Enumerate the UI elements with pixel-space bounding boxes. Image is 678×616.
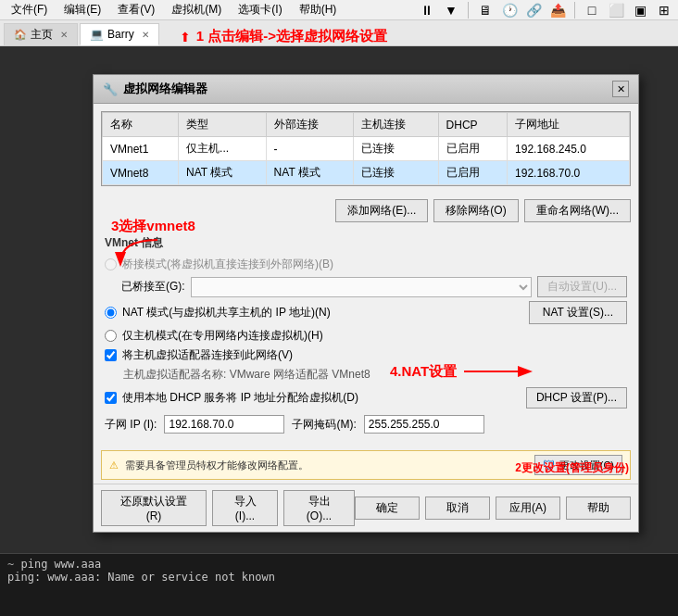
vmnet-info-label: VMnet 信息 bbox=[105, 235, 627, 251]
warning-text-area: ⚠ 需要具备管理员特权才能修改网络配置。 bbox=[109, 459, 308, 472]
dialog-title-icon: 🔧 bbox=[103, 82, 118, 96]
table-row-vmnet8[interactable]: VMnet8 NAT 模式 NAT 模式 已连接 已启用 192.168.70.… bbox=[103, 161, 630, 185]
dhcp-label: 使用本地 DHCP 服务将 IP 地址分配给虚拟机(D) bbox=[122, 390, 358, 406]
nat-mode-row: NAT 模式(与虚拟机共享主机的 IP 地址)(N) NAT 设置(S)... bbox=[105, 301, 627, 324]
cancel-button[interactable]: 取消 bbox=[425, 497, 490, 520]
nat-settings-button[interactable]: NAT 设置(S)... bbox=[529, 301, 627, 324]
table-buttons-row: 添加网络(E)... 移除网络(O) 重命名网络(W)... bbox=[94, 194, 638, 228]
nat-radio[interactable] bbox=[105, 307, 117, 319]
subnet-mask-label: 子网掩码(M): bbox=[292, 417, 356, 433]
restore-defaults-button[interactable]: 还原默认设置(R) bbox=[101, 490, 207, 526]
tab-barry-close[interactable]: ✕ bbox=[142, 30, 149, 40]
annotation-step4: 4.NAT设置 bbox=[390, 362, 538, 381]
dhcp-row: 使用本地 DHCP 服务将 IP 地址分配给虚拟机(D) DHCP 设置(P).… bbox=[105, 386, 627, 409]
import-button[interactable]: 导入(I)... bbox=[212, 490, 278, 526]
nat-radio-row: NAT 模式(与虚拟机共享主机的 IP 地址)(N) bbox=[105, 305, 331, 321]
col-host: 主机连接 bbox=[354, 113, 438, 137]
col-type: 类型 bbox=[179, 113, 267, 137]
terminal-line1: ~ ping www.aaa bbox=[7, 558, 671, 571]
window-btn2[interactable]: ⬜ bbox=[606, 0, 626, 20]
table-row-vmnet1[interactable]: VMnet1 仅主机... - 已连接 已启用 192.168.245.0 bbox=[103, 137, 630, 161]
vmnet8-host: 已连接 bbox=[354, 161, 438, 185]
col-name: 名称 bbox=[103, 113, 179, 137]
adapter-name-text: 主机虚拟适配器名称: VMware 网络适配器 VMnet8 bbox=[123, 368, 370, 381]
host-adapter-label: 将主机虚拟适配器连接到此网络(V) bbox=[122, 347, 293, 363]
network-table: 名称 类型 外部连接 主机连接 DHCP 子网地址 VMnet1 仅主机... … bbox=[102, 112, 630, 185]
annotation-step1: 1 点击编辑->选择虚拟网络设置 bbox=[196, 28, 387, 45]
tab-home-label: 主页 bbox=[31, 27, 53, 43]
add-network-button[interactable]: 添加网络(E)... bbox=[335, 199, 428, 222]
vmnet8-subnet: 192.168.70.0 bbox=[508, 161, 630, 185]
host-only-label: 仅主机模式(在专用网络内连接虚拟机)(H) bbox=[122, 328, 323, 344]
ok-button[interactable]: 确定 bbox=[355, 497, 420, 520]
clock-btn[interactable]: 🕐 bbox=[499, 0, 520, 20]
rename-network-button[interactable]: 重命名网络(W)... bbox=[524, 199, 631, 222]
auto-settings-button[interactable]: 自动设置(U)... bbox=[537, 276, 627, 297]
menu-file[interactable]: 文件(F) bbox=[4, 0, 55, 19]
dhcp-checkbox[interactable] bbox=[105, 392, 117, 404]
host-adapter-checkbox-row: 将主机虚拟适配器连接到此网络(V) bbox=[105, 347, 627, 363]
export-button[interactable]: 导出(O)... bbox=[283, 490, 355, 526]
vmnet1-dhcp: 已启用 bbox=[438, 137, 508, 161]
tab-barry[interactable]: 💻 Barry ✕ bbox=[80, 23, 159, 45]
window-btn1[interactable]: □ bbox=[582, 0, 602, 20]
apply-button[interactable]: 应用(A) bbox=[496, 497, 560, 520]
adapter-name-row: 主机虚拟适配器名称: VMware 网络适配器 VMnet8 bbox=[123, 367, 627, 383]
subnet-mask-input[interactable] bbox=[364, 415, 484, 434]
menu-help[interactable]: 帮助(H) bbox=[292, 0, 345, 19]
terminal-output: ~ ping www.aaa ping: www.aaa: Name or se… bbox=[0, 553, 678, 590]
pause-button[interactable]: ⏸ bbox=[417, 0, 437, 20]
bridge-radio[interactable] bbox=[105, 258, 117, 270]
warning-text: 需要具备管理员特权才能修改网络配置。 bbox=[125, 459, 308, 471]
share-btn[interactable]: 📤 bbox=[547, 0, 568, 20]
col-external: 外部连接 bbox=[266, 113, 354, 137]
remove-network-button[interactable]: 移除网络(O) bbox=[433, 199, 518, 222]
dialog-close-button[interactable]: ✕ bbox=[612, 81, 629, 97]
window-btn3[interactable]: ▣ bbox=[630, 0, 650, 20]
network-table-container: 名称 类型 外部连接 主机连接 DHCP 子网地址 VMnet1 仅主机... … bbox=[101, 111, 631, 186]
vmnet8-dhcp: 已启用 bbox=[438, 161, 508, 185]
menu-edit[interactable]: 编辑(E) bbox=[56, 0, 108, 19]
dhcp-checkbox-row: 使用本地 DHCP 服务将 IP 地址分配给虚拟机(D) bbox=[105, 390, 358, 406]
tab-home-close: ✕ bbox=[60, 30, 68, 40]
col-subnet: 子网地址 bbox=[508, 113, 630, 137]
host-adapter-checkbox[interactable] bbox=[105, 349, 117, 361]
host-only-radio[interactable] bbox=[105, 330, 117, 342]
subnet-ip-label: 子网 IP (I): bbox=[105, 417, 157, 433]
bottom-right-buttons: 确定 取消 应用(A) 帮助 bbox=[355, 497, 631, 520]
bottom-left-buttons: 还原默认设置(R) 导入(I)... 导出(O)... bbox=[101, 490, 355, 526]
vmnet1-subnet: 192.168.245.0 bbox=[508, 137, 630, 161]
nat-label: NAT 模式(与虚拟机共享主机的 IP 地址)(N) bbox=[122, 305, 331, 321]
bridge-to-label: 已桥接至(G): bbox=[121, 279, 185, 295]
bridge-to-select[interactable] bbox=[191, 277, 533, 297]
menu-tabs[interactable]: 选项卡(I) bbox=[231, 0, 289, 19]
vmnet1-ext: - bbox=[266, 137, 354, 161]
dialog-virtual-net-editor: 🔧 虚拟网络编辑器 ✕ 名称 类型 外部连接 主机连接 DHCP 子网地址 bbox=[93, 74, 639, 533]
window-btn4[interactable]: ⊞ bbox=[654, 0, 674, 20]
annotation-step2: 2更改设置(管理员身份) bbox=[515, 460, 629, 476]
terminal-line2: ping: www.aaa: Name or service not known bbox=[7, 571, 671, 584]
menu-view[interactable]: 查看(V) bbox=[110, 0, 162, 19]
dialog-title: 🔧 虚拟网络编辑器 bbox=[103, 81, 207, 97]
monitor-btn[interactable]: 🖥 bbox=[475, 0, 496, 20]
arrow-step1-icon: ⬆ bbox=[180, 30, 191, 44]
menu-vm[interactable]: 虚拟机(M) bbox=[164, 0, 229, 19]
dhcp-settings-button[interactable]: DHCP 设置(P)... bbox=[526, 387, 627, 409]
tab-bar: 🏠 主页 ✕ 💻 Barry ✕ ⬆ 1 点击编辑->选择虚拟网络设置 bbox=[0, 20, 678, 46]
bridge-to-row: 已桥接至(G): 自动设置(U)... bbox=[121, 276, 627, 297]
help-button[interactable]: 帮助 bbox=[566, 497, 631, 520]
separator bbox=[468, 2, 469, 19]
subnet-ip-input[interactable] bbox=[164, 415, 284, 434]
separator2 bbox=[574, 2, 575, 19]
host-only-radio-row: 仅主机模式(在专用网络内连接虚拟机)(H) bbox=[105, 328, 627, 344]
dialog-title-bar: 🔧 虚拟网络编辑器 ✕ bbox=[94, 75, 638, 104]
home-icon: 🏠 bbox=[14, 29, 27, 41]
bottom-buttons-row: 还原默认设置(R) 导入(I)... 导出(O)... 确定 取消 应用(A) … bbox=[94, 484, 638, 532]
tab-home[interactable]: 🏠 主页 ✕ bbox=[4, 23, 78, 45]
dialog-title-label: 虚拟网络编辑器 bbox=[123, 81, 207, 97]
menu-bar: 文件(F) 编辑(E) 查看(V) 虚拟机(M) 选项卡(I) 帮助(H) ⏸ … bbox=[0, 0, 678, 20]
network-btn[interactable]: 🔗 bbox=[523, 0, 544, 20]
tab-barry-label: Barry bbox=[107, 28, 134, 41]
tab-barry-icon: 💻 bbox=[90, 28, 104, 41]
dropdown-btn[interactable]: ▼ bbox=[441, 0, 461, 20]
